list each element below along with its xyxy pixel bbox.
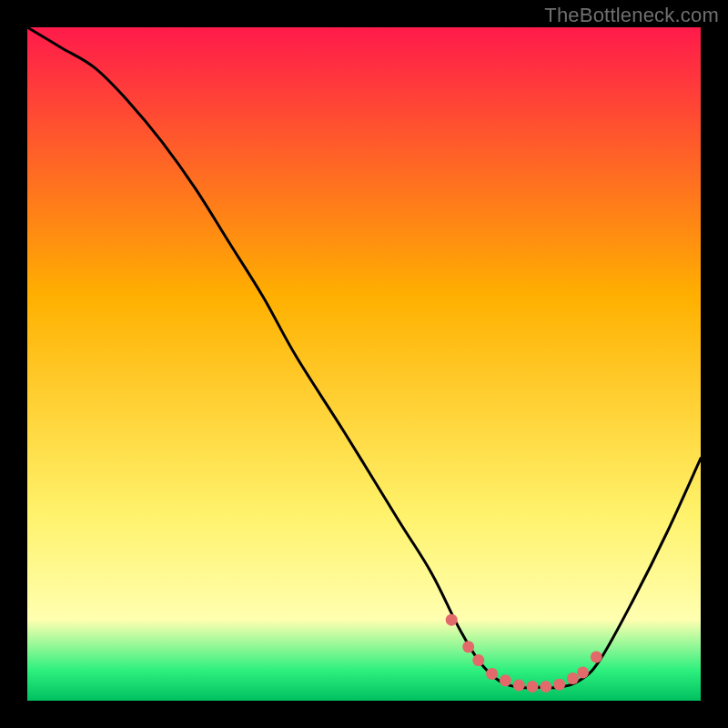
- chart-stage: TheBottleneck.com: [0, 0, 728, 728]
- highlight-dot: [446, 614, 458, 626]
- bottleneck-chart: [0, 0, 728, 728]
- plot-background: [27, 27, 701, 701]
- attribution-watermark: TheBottleneck.com: [544, 4, 719, 27]
- highlight-dot: [591, 651, 602, 662]
- highlight-dot: [513, 680, 525, 692]
- highlight-dot: [577, 666, 589, 678]
- highlight-dot: [567, 672, 579, 684]
- highlight-dot: [553, 679, 565, 691]
- highlight-dot: [462, 641, 474, 652]
- highlight-dot: [540, 681, 551, 693]
- highlight-dot: [527, 681, 539, 693]
- highlight-dot: [500, 674, 511, 686]
- highlight-dot: [486, 668, 498, 680]
- highlight-dot: [472, 654, 484, 666]
